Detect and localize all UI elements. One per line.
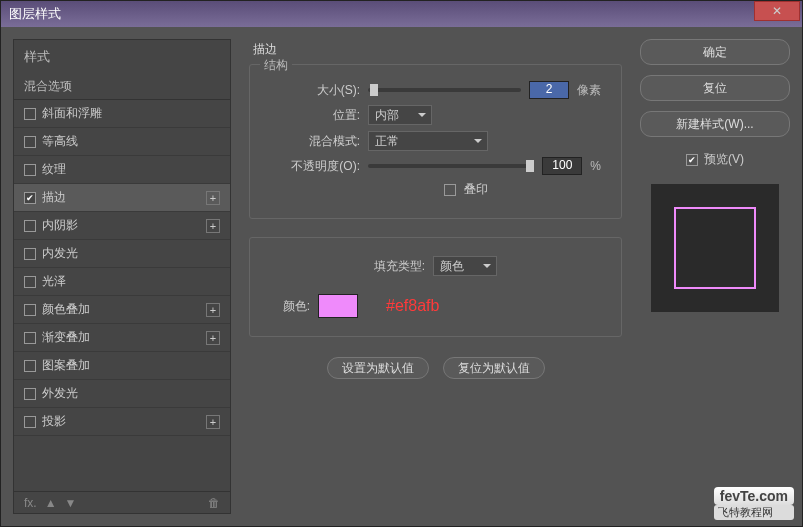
opacity-unit: %	[590, 159, 601, 173]
effect-label: 图案叠加	[42, 357, 220, 374]
reset-default-button[interactable]: 复位为默认值	[443, 357, 545, 379]
watermark: fevTe.com 飞特教程网	[714, 487, 794, 520]
effect-checkbox[interactable]	[24, 164, 36, 176]
watermark-sub: 飞特教程网	[714, 505, 794, 520]
position-label: 位置:	[270, 107, 360, 124]
effect-checkbox[interactable]	[24, 416, 36, 428]
blending-options[interactable]: 混合选项	[14, 74, 230, 100]
effect-checkbox[interactable]	[24, 248, 36, 260]
size-slider[interactable]	[368, 88, 521, 92]
effect-label: 斜面和浮雕	[42, 105, 220, 122]
effect-checkbox[interactable]	[24, 220, 36, 232]
new-style-button[interactable]: 新建样式(W)...	[640, 111, 790, 137]
blend-select[interactable]: 正常	[368, 131, 488, 151]
right-panel: 确定 复位 新建样式(W)... 预览(V)	[640, 39, 790, 514]
add-effect-icon[interactable]: +	[206, 219, 220, 233]
size-unit: 像素	[577, 82, 601, 99]
effect-checkbox[interactable]	[24, 360, 36, 372]
preview-checkbox[interactable]	[686, 154, 698, 166]
effect-checkbox[interactable]	[24, 388, 36, 400]
position-row: 位置: 内部	[270, 105, 601, 125]
effect-checkbox[interactable]	[24, 192, 36, 204]
effect-label: 颜色叠加	[42, 301, 200, 318]
effect-checkbox[interactable]	[24, 276, 36, 288]
opacity-input[interactable]: 100	[542, 157, 582, 175]
effect-row-9[interactable]: 图案叠加	[14, 352, 230, 380]
effect-row-0[interactable]: 斜面和浮雕	[14, 100, 230, 128]
color-label: 颜色:	[270, 298, 310, 315]
effect-checkbox[interactable]	[24, 304, 36, 316]
size-input[interactable]: 2	[529, 81, 569, 99]
effect-row-1[interactable]: 等高线	[14, 128, 230, 156]
defaults-row: 设置为默认值 复位为默认值	[249, 357, 622, 379]
effect-row-5[interactable]: 内发光	[14, 240, 230, 268]
make-default-button[interactable]: 设置为默认值	[327, 357, 429, 379]
titlebar[interactable]: 图层样式 ✕	[1, 1, 802, 27]
panel-title: 描边	[249, 39, 622, 64]
effect-row-10[interactable]: 外发光	[14, 380, 230, 408]
layer-style-dialog: 图层样式 ✕ 样式 混合选项 斜面和浮雕等高线纹理描边+内阴影+内发光光泽颜色叠…	[0, 0, 803, 527]
opacity-label: 不透明度(O):	[270, 158, 360, 175]
sidebar-footer: fx. ▲ ▼ 🗑	[14, 491, 230, 513]
effect-row-11[interactable]: 投影+	[14, 408, 230, 436]
effect-label: 光泽	[42, 273, 220, 290]
add-effect-icon[interactable]: +	[206, 331, 220, 345]
styles-sidebar: 样式 混合选项 斜面和浮雕等高线纹理描边+内阴影+内发光光泽颜色叠加+渐变叠加+…	[13, 39, 231, 514]
opacity-row: 不透明度(O): 100 %	[270, 157, 601, 175]
effect-row-8[interactable]: 渐变叠加+	[14, 324, 230, 352]
position-select[interactable]: 内部	[368, 105, 432, 125]
add-effect-icon[interactable]: +	[206, 191, 220, 205]
add-effect-icon[interactable]: +	[206, 415, 220, 429]
effect-checkbox[interactable]	[24, 136, 36, 148]
fill-type-label: 填充类型:	[374, 258, 425, 275]
fill-group: 填充类型: 颜色 颜色: #ef8afb	[249, 237, 622, 337]
effect-label: 投影	[42, 413, 200, 430]
cancel-button[interactable]: 复位	[640, 75, 790, 101]
color-swatch[interactable]	[318, 294, 358, 318]
effect-row-4[interactable]: 内阴影+	[14, 212, 230, 240]
effect-row-2[interactable]: 纹理	[14, 156, 230, 184]
effect-label: 外发光	[42, 385, 220, 402]
effect-label: 描边	[42, 189, 200, 206]
effect-row-3[interactable]: 描边+	[14, 184, 230, 212]
overprint-row: 叠印	[330, 181, 601, 198]
overprint-label: 叠印	[464, 181, 488, 198]
effect-checkbox[interactable]	[24, 108, 36, 120]
down-icon[interactable]: ▼	[65, 496, 77, 510]
close-icon: ✕	[772, 4, 782, 18]
preview-swatch	[674, 207, 756, 289]
size-thumb[interactable]	[370, 84, 378, 96]
preview-label: 预览(V)	[704, 151, 744, 168]
preview-toggle: 预览(V)	[640, 151, 790, 168]
trash-icon[interactable]: 🗑	[208, 496, 220, 510]
effect-checkbox[interactable]	[24, 332, 36, 344]
size-label: 大小(S):	[270, 82, 360, 99]
sidebar-header: 样式	[14, 40, 230, 74]
close-button[interactable]: ✕	[754, 1, 800, 21]
fx-icon[interactable]: fx.	[24, 496, 37, 510]
fill-type-select[interactable]: 颜色	[433, 256, 497, 276]
settings-panel: 描边 结构 大小(S): 2 像素 位置: 内部 混合模式: 正常	[249, 39, 622, 514]
effect-label: 内发光	[42, 245, 220, 262]
blend-label: 混合模式:	[270, 133, 360, 150]
opacity-slider[interactable]	[368, 164, 534, 168]
structure-group: 结构 大小(S): 2 像素 位置: 内部 混合模式: 正常 不透明度(O):	[249, 64, 622, 219]
watermark-logo: fevTe.com	[714, 487, 794, 505]
up-icon[interactable]: ▲	[45, 496, 57, 510]
opacity-thumb[interactable]	[526, 160, 534, 172]
effect-row-7[interactable]: 颜色叠加+	[14, 296, 230, 324]
preview-box	[651, 184, 779, 312]
size-row: 大小(S): 2 像素	[270, 81, 601, 99]
add-effect-icon[interactable]: +	[206, 303, 220, 317]
color-hex: #ef8afb	[386, 297, 439, 315]
effect-label: 等高线	[42, 133, 220, 150]
blend-row: 混合模式: 正常	[270, 131, 601, 151]
structure-label: 结构	[260, 57, 292, 74]
effect-row-6[interactable]: 光泽	[14, 268, 230, 296]
effect-label: 内阴影	[42, 217, 200, 234]
effect-label: 纹理	[42, 161, 220, 178]
ok-button[interactable]: 确定	[640, 39, 790, 65]
effect-label: 渐变叠加	[42, 329, 200, 346]
window-title: 图层样式	[5, 5, 798, 23]
overprint-checkbox[interactable]	[444, 184, 456, 196]
